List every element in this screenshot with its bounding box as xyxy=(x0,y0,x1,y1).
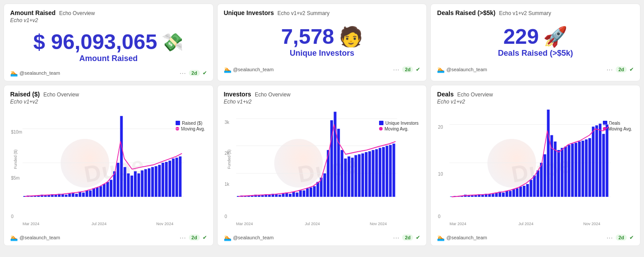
check-icon: ✔ xyxy=(203,70,207,76)
svg-rect-74 xyxy=(309,188,312,197)
summary-value: 229 xyxy=(503,25,539,49)
footer-right: ··· 2d ✔ xyxy=(180,69,207,77)
svg-rect-30 xyxy=(117,163,119,197)
svg-rect-122 xyxy=(519,187,522,197)
svg-rect-145 xyxy=(599,123,602,196)
user-label: @sealaunch_team xyxy=(446,67,487,72)
card-footer: 🏊 @sealaunch_team ··· 2d ✔ xyxy=(10,234,207,241)
dots-menu[interactable]: ··· xyxy=(606,66,613,73)
svg-rect-135 xyxy=(564,146,567,196)
svg-rect-95 xyxy=(382,147,385,197)
svg-rect-90 xyxy=(365,152,368,197)
svg-rect-84 xyxy=(344,158,347,197)
card-title: Amount Raised xyxy=(10,9,56,16)
x-label-jul: Jul 2024 xyxy=(305,222,320,226)
footer-right: ··· 2d ✔ xyxy=(606,66,634,73)
user-label: @sealaunch_team xyxy=(19,70,60,76)
summary-center: 7,578 🧑 Unique Investors xyxy=(224,17,421,63)
user-label: @sealaunch_team xyxy=(19,235,60,240)
svg-rect-83 xyxy=(341,150,343,197)
card-header: Amount Raised Echo Overview xyxy=(10,9,207,16)
card-sub2: Echo v1+v2 xyxy=(10,17,207,23)
svg-rect-138 xyxy=(575,143,577,197)
svg-rect-75 xyxy=(313,186,315,197)
dots-menu[interactable]: ··· xyxy=(180,69,186,77)
card-footer: 🏊 @sealaunch_team ··· 2d ✔ xyxy=(224,234,421,241)
svg-rect-114 xyxy=(492,194,494,197)
card-subtitle: Echo v1+v2 Summary xyxy=(277,10,330,16)
dots-menu[interactable]: ··· xyxy=(180,234,186,241)
badge-2d: 2d xyxy=(189,234,200,241)
card-footer: 🏊 @sealaunch_team ··· 2d ✔ xyxy=(437,66,634,73)
svg-rect-131 xyxy=(551,135,553,196)
card-title: Deals Raised (>$5k) xyxy=(437,9,495,16)
investor-icon: 🧑 xyxy=(339,25,363,48)
card-footer: 🏊 @sealaunch_team ··· 2d ✔ xyxy=(10,69,207,77)
svg-rect-121 xyxy=(516,188,519,196)
svg-rect-65 xyxy=(278,195,281,197)
svg-rect-97 xyxy=(389,145,391,196)
svg-rect-98 xyxy=(392,144,395,197)
summary-label: Amount Raised xyxy=(79,54,138,63)
card-header: Deals Raised (>$5k) Echo v1+v2 Summary xyxy=(437,9,634,16)
svg-rect-40 xyxy=(151,167,154,196)
svg-rect-92 xyxy=(372,150,374,197)
svg-rect-127 xyxy=(537,170,539,197)
svg-rect-123 xyxy=(523,186,525,197)
check-icon: ✔ xyxy=(416,234,420,241)
summary-label: Deals Raised (>$5k) xyxy=(498,49,573,58)
y-label-20: 20 xyxy=(438,125,443,130)
chart-svg xyxy=(23,107,184,218)
footer-right: ··· 2d ✔ xyxy=(393,66,421,73)
svg-rect-9 xyxy=(44,196,47,197)
legend-line-label: Moving Avg. xyxy=(181,127,205,131)
svg-rect-125 xyxy=(530,180,533,196)
x-label-jul: Jul 2024 xyxy=(518,222,533,226)
check-icon: ✔ xyxy=(416,66,420,73)
svg-rect-31 xyxy=(120,116,123,197)
svg-rect-68 xyxy=(289,194,291,197)
y-label-3k: 3k xyxy=(225,120,230,125)
raised-chart-card: Raised ($) Echo Overview Echo v1+v2 Dupe… xyxy=(4,85,214,246)
legend-bar-label: Raised ($) xyxy=(182,121,202,126)
rocket-icon: 🚀 xyxy=(543,25,567,48)
x-label-jul: Jul 2024 xyxy=(92,222,107,226)
card-subtitle: Echo Overview xyxy=(255,92,291,98)
y-label-10m: $10m xyxy=(11,130,22,134)
deals-raised-card: Deals Raised (>$5k) Echo v1+v2 Summary 2… xyxy=(430,4,640,81)
svg-rect-126 xyxy=(533,176,536,197)
y-label-5m: $5m xyxy=(11,176,19,180)
card-subtitle: Echo v1+v2 Summary xyxy=(499,10,551,16)
svg-rect-130 xyxy=(547,110,550,197)
svg-rect-22 xyxy=(89,190,92,196)
svg-rect-34 xyxy=(130,176,133,197)
svg-rect-48 xyxy=(179,156,181,196)
badge-2d: 2d xyxy=(616,66,627,73)
user-label: @sealaunch_team xyxy=(446,235,487,240)
svg-rect-32 xyxy=(123,167,126,196)
y-label-0: 0 xyxy=(11,214,14,219)
dots-menu[interactable]: ··· xyxy=(393,66,400,73)
dots-menu[interactable]: ··· xyxy=(393,234,400,241)
summary-row: 229 🚀 xyxy=(503,25,567,49)
dots-menu[interactable]: ··· xyxy=(606,234,613,241)
svg-rect-117 xyxy=(502,192,505,197)
card-footer: 🏊 @sealaunch_team ··· 2d ✔ xyxy=(224,66,421,73)
badge-2d: 2d xyxy=(402,234,413,241)
check-icon: ✔ xyxy=(203,234,207,241)
svg-rect-46 xyxy=(172,158,175,197)
svg-rect-70 xyxy=(295,192,298,197)
summary-center: 229 🚀 Deals Raised (>$5k) xyxy=(437,17,634,63)
unique-investors-card: Unique Investors Echo v1+v2 Summary 7,57… xyxy=(217,4,427,81)
svg-rect-47 xyxy=(176,157,178,196)
svg-rect-14 xyxy=(61,194,64,197)
card-subtitle: Echo Overview xyxy=(457,92,493,98)
svg-rect-137 xyxy=(571,144,574,197)
card-subtitle: Echo Overview xyxy=(43,92,79,98)
summary-center: $ 96,093,065 💸 Amount Raised xyxy=(10,26,207,67)
card-title: Unique Investors xyxy=(224,9,274,16)
card-title: Investors xyxy=(224,91,251,98)
badge-2d: 2d xyxy=(402,66,413,73)
svg-rect-140 xyxy=(582,141,584,197)
check-icon: ✔ xyxy=(629,234,634,241)
